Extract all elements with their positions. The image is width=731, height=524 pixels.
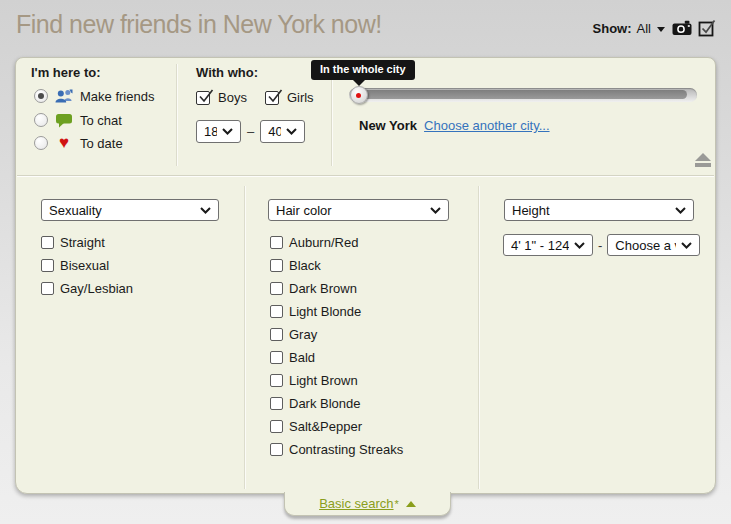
checkbox-label: Salt&Pepper [289, 419, 362, 434]
with-who-checkboxes: Boys Girls [196, 90, 314, 105]
height-select[interactable]: Height [504, 199, 694, 221]
checkbox-label: Straight [60, 235, 105, 250]
chevron-down-icon [574, 242, 585, 249]
checkbox-row-dark-brown[interactable]: Dark Brown [270, 281, 403, 295]
radio-label: To chat [80, 113, 122, 128]
checkbox[interactable] [270, 443, 283, 456]
checkbox-row-dark-blonde[interactable]: Dark Blonde [270, 396, 403, 410]
height-to-select[interactable]: Choose a val [607, 234, 700, 256]
sexuality-select[interactable]: Sexuality [41, 199, 219, 221]
sexuality-options: Straight Bisexual Gay/Lesbian [41, 235, 133, 304]
height-from-select[interactable]: 4' 1" - 124 c [503, 234, 593, 256]
checkbox[interactable] [41, 259, 54, 272]
checkbox-row-light-blonde[interactable]: Light Blonde [270, 304, 403, 318]
boys-label: Boys [218, 90, 247, 105]
collapse-panel-button[interactable] [695, 153, 712, 167]
checkbox[interactable] [270, 420, 283, 433]
checkbox-label: Dark Brown [289, 281, 357, 296]
chevron-down-icon [200, 207, 211, 214]
radio-to-date[interactable]: ♥ To date [34, 134, 123, 152]
height-to-value: Choose a val [615, 238, 676, 253]
checkbox-row-bisexual[interactable]: Bisexual [41, 258, 133, 272]
height-range: 4' 1" - 124 c - Choose a val [503, 234, 700, 256]
chevron-down-icon [286, 128, 297, 135]
show-label: Show: [593, 21, 632, 36]
show-controls: Show: All [593, 19, 717, 37]
checkbox[interactable] [270, 328, 283, 341]
chevron-down-icon [675, 207, 686, 214]
divider [244, 186, 245, 489]
slider-handle[interactable] [350, 86, 368, 104]
with-who-label: With who: [196, 65, 258, 80]
checkbox-row-gray[interactable]: Gray [270, 327, 403, 341]
chevron-down-icon [222, 128, 233, 135]
here-to-label: I'm here to: [31, 65, 101, 80]
camera-icon[interactable] [672, 20, 693, 36]
age-dash: – [247, 124, 254, 139]
distance-slider[interactable] [349, 88, 697, 102]
checkbox-label: Bisexual [60, 258, 109, 273]
checkbox-label: Auburn/Red [289, 235, 358, 250]
hair-select-value: Hair color [276, 203, 332, 218]
girls-checkbox[interactable] [265, 91, 279, 105]
checkbox-label: Light Brown [289, 373, 358, 388]
basic-search-link[interactable]: Basic search [319, 496, 393, 511]
search-panel: I'm here to: Make friends [15, 57, 716, 494]
age-from-select[interactable]: 18 [196, 120, 241, 143]
checkbox-row-auburn-red[interactable]: Auburn/Red [270, 235, 403, 249]
boys-checkbox[interactable] [196, 91, 210, 105]
checkbox-row-black[interactable]: Black [270, 258, 403, 272]
girls-label: Girls [287, 90, 314, 105]
checkbox[interactable] [270, 282, 283, 295]
checkbox[interactable] [270, 351, 283, 364]
city-name: New York [359, 118, 417, 133]
checkbox-label: Black [289, 258, 321, 273]
heart-icon: ♥ [54, 136, 74, 150]
divider [478, 186, 479, 489]
checked-checkbox-icon[interactable] [698, 19, 717, 37]
checkbox[interactable] [41, 236, 54, 249]
radio-to-chat[interactable]: To chat [34, 111, 122, 129]
show-value-dropdown[interactable]: All [637, 21, 651, 36]
checkbox-label: Light Blonde [289, 304, 361, 319]
age-to-value: 40 [268, 124, 281, 139]
checkbox-label: Gray [289, 327, 317, 342]
chevron-down-icon [681, 242, 692, 249]
age-from-value: 18 [204, 124, 217, 139]
checkbox[interactable] [270, 305, 283, 318]
radio-button[interactable] [34, 136, 48, 150]
choose-city-link[interactable]: Choose another city... [424, 118, 550, 133]
checkbox-row-gay-lesbian[interactable]: Gay/Lesbian [41, 281, 133, 295]
checkbox[interactable] [270, 259, 283, 272]
chat-icon [54, 113, 74, 128]
height-dash: - [598, 238, 602, 253]
checkbox-row-straight[interactable]: Straight [41, 235, 133, 249]
checkbox-row-bald[interactable]: Bald [270, 350, 403, 364]
city-row: New York Choose another city... [359, 118, 550, 133]
checkbox-label: Dark Blonde [289, 396, 361, 411]
page: Find new friends in New York now! Show: … [0, 0, 731, 524]
checkbox[interactable] [270, 236, 283, 249]
checkbox-label: Gay/Lesbian [60, 281, 133, 296]
hair-color-select[interactable]: Hair color [268, 199, 449, 221]
age-to-select[interactable]: 40 [260, 120, 305, 143]
basic-search-tab[interactable]: Basic search* [284, 492, 451, 516]
checkbox[interactable] [270, 374, 283, 387]
radio-label: To date [80, 136, 123, 151]
checkbox[interactable] [270, 397, 283, 410]
collapse-arrow-icon [695, 153, 711, 161]
divider [176, 64, 177, 166]
chevron-down-icon[interactable] [657, 27, 665, 32]
collapse-bar-icon [695, 163, 711, 167]
checkbox[interactable] [41, 282, 54, 295]
collapse-up-icon[interactable] [406, 501, 416, 507]
radio-label: Make friends [80, 89, 154, 104]
radio-button[interactable] [34, 113, 48, 127]
checkbox-label: Contrasting Streaks [289, 442, 403, 457]
people-icon [54, 89, 74, 104]
checkbox-row-salt-pepper[interactable]: Salt&Pepper [270, 419, 403, 433]
radio-make-friends[interactable]: Make friends [34, 87, 154, 105]
checkbox-row-light-brown[interactable]: Light Brown [270, 373, 403, 387]
checkbox-row-contrasting-streaks[interactable]: Contrasting Streaks [270, 442, 403, 456]
radio-button[interactable] [34, 89, 48, 103]
